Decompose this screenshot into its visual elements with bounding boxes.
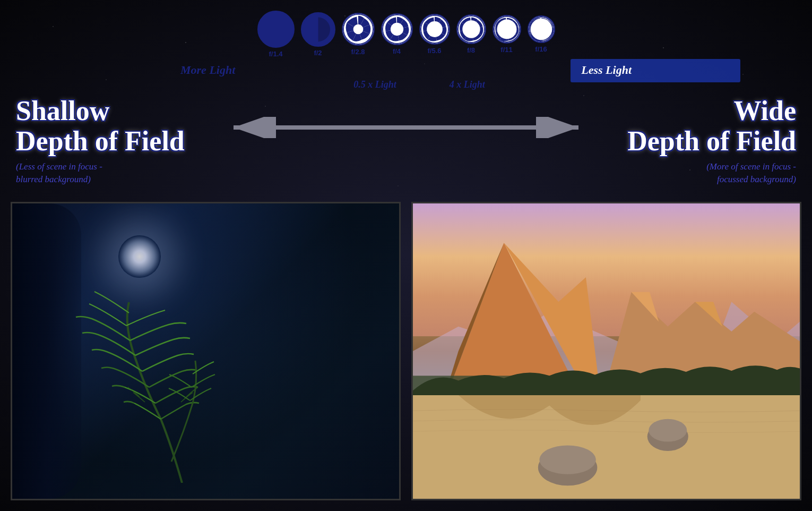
- f-label-5.6: f/5.6: [427, 47, 441, 55]
- f-label-16: f/16: [535, 45, 547, 53]
- aperture-circle-f5.6: [419, 14, 450, 45]
- f-label-1.4: f/1.4: [269, 50, 282, 58]
- photos-section: [11, 202, 801, 500]
- aperture-item-f5.6: f/5.6: [419, 14, 450, 55]
- mountain-svg: [413, 203, 800, 425]
- right-text-panel: Wide Depth of Field (More of scene in fo…: [616, 96, 796, 186]
- shallow-subtitle: (Less of scene in focus -blurred backgro…: [16, 160, 196, 186]
- aperture-circle-f2: [301, 12, 335, 47]
- aperture-svg-f5.6: [420, 15, 449, 44]
- aperture-svg-f4: [382, 14, 412, 44]
- less-light-label: Less Light: [581, 63, 632, 77]
- svg-point-8: [462, 20, 480, 38]
- aperture-circle-f4: [381, 13, 413, 45]
- photo-right: [411, 202, 801, 500]
- f-label-2: f/2: [314, 49, 322, 57]
- svg-point-6: [427, 21, 443, 37]
- aperture-item-f16: f/16: [528, 15, 555, 53]
- mountain-lake: [413, 395, 800, 499]
- aperture-circle-f16: [528, 15, 555, 43]
- aperture-svg-f8: [457, 15, 485, 43]
- wide-title: Wide Depth of Field: [616, 96, 796, 156]
- aperture-item-f1.4: f/1.4: [257, 11, 295, 58]
- svg-point-10: [497, 19, 516, 39]
- f-label-8: f/8: [467, 46, 475, 54]
- photo-left: [11, 202, 401, 500]
- left-text-panel: Shallow Depth of Field (Less of scene in…: [16, 96, 196, 186]
- aperture-circle-f1.4: [257, 11, 295, 48]
- svg-point-12: [530, 19, 552, 40]
- wide-subtitle: (More of scene in focus -focussed backgr…: [616, 160, 796, 186]
- aperture-svg-f11: [494, 16, 520, 42]
- aperture-svg-f2.8: [343, 14, 374, 45]
- arrow-section: [220, 117, 592, 138]
- four-light-label: 4 x Light: [450, 79, 485, 90]
- aperture-svg-f16: [529, 16, 554, 42]
- depth-arrow: [226, 117, 586, 138]
- half-light-label: 0.5 x Light: [353, 79, 396, 90]
- main-content: f/1.4 f/2: [0, 0, 812, 511]
- aperture-item-f2.8: f/2.8: [342, 13, 375, 56]
- svg-point-2: [353, 24, 363, 35]
- aperture-section: f/1.4 f/2: [167, 11, 645, 90]
- fern-svg: [55, 260, 309, 483]
- shallow-title: Shallow Depth of Field: [16, 96, 196, 156]
- aperture-circle-f8: [456, 14, 486, 44]
- f-label-4: f/4: [393, 47, 401, 55]
- more-light-label: More Light: [180, 63, 235, 77]
- aperture-item-f4: f/4: [381, 13, 413, 55]
- aperture-item-f8: f/8: [456, 14, 486, 54]
- aperture-row: f/1.4 f/2: [257, 11, 555, 58]
- photo-right-inner: [413, 203, 800, 499]
- aperture-item-f2: f/2: [301, 12, 335, 57]
- aperture-circle-f2.8: [342, 13, 375, 46]
- aperture-svg-f2: [302, 13, 334, 46]
- f-label-11: f/11: [500, 46, 512, 54]
- aperture-circle-f11: [493, 15, 521, 44]
- svg-point-28: [649, 419, 687, 442]
- f-label-2.8: f/2.8: [351, 48, 365, 56]
- lake-svg: [413, 395, 800, 499]
- svg-point-4: [390, 23, 403, 36]
- svg-point-30: [539, 446, 595, 474]
- aperture-item-f11: f/11: [493, 15, 521, 54]
- photo-left-inner: [12, 203, 399, 499]
